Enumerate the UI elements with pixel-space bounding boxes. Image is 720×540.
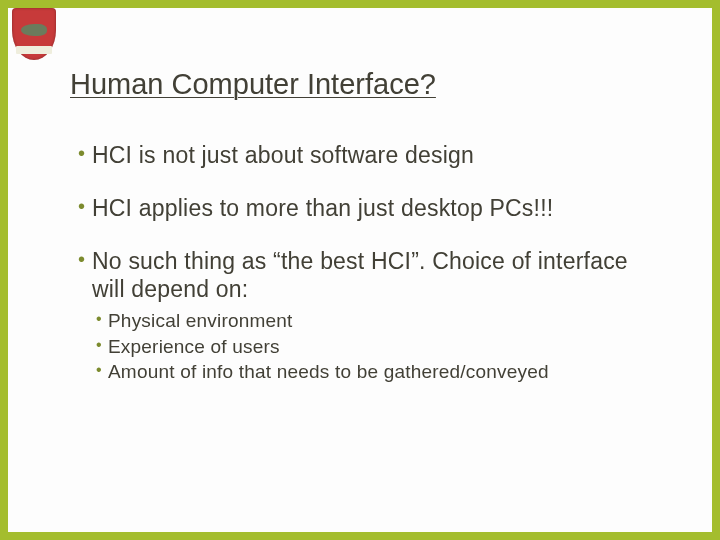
shield-icon [12, 8, 56, 60]
school-crest-logo [12, 8, 62, 66]
bullet-text: HCI is not just about software design [92, 142, 474, 168]
slide-title: Human Computer Interface? [70, 68, 652, 101]
bullet-item: HCI is not just about software design [78, 141, 644, 170]
bullet-item: HCI applies to more than just desktop PC… [78, 194, 644, 223]
fish-icon [21, 24, 47, 36]
bullet-text: No such thing as “the best HCI”. Choice … [92, 248, 628, 303]
slide-content: Human Computer Interface? HCI is not jus… [70, 68, 652, 409]
sub-bullet-item: Experience of users [96, 334, 644, 360]
slide-frame: Human Computer Interface? HCI is not jus… [0, 0, 720, 540]
sub-bullet-text: Amount of info that needs to be gathered… [108, 361, 549, 382]
sub-bullet-list: Physical environment Experience of users… [92, 308, 644, 385]
sub-bullet-item: Amount of info that needs to be gathered… [96, 359, 644, 385]
main-bullet-list: HCI is not just about software design HC… [70, 141, 652, 385]
bullet-text: HCI applies to more than just desktop PC… [92, 195, 553, 221]
sub-bullet-item: Physical environment [96, 308, 644, 334]
sub-bullet-text: Experience of users [108, 336, 280, 357]
sub-bullet-text: Physical environment [108, 310, 293, 331]
bullet-item: No such thing as “the best HCI”. Choice … [78, 247, 644, 385]
motto-banner [16, 46, 52, 54]
